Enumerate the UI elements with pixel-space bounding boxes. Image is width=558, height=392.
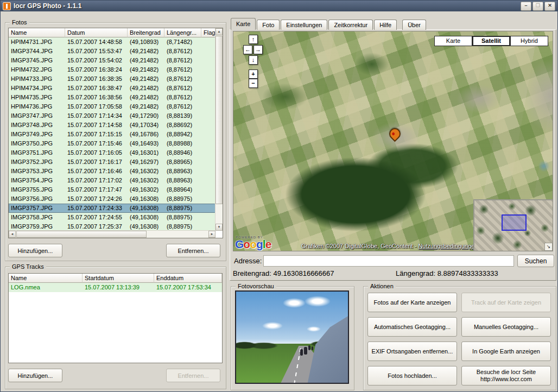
fotos-remove-button[interactable]: Entfernen... bbox=[166, 244, 220, 257]
fotos-horizontal-scrollbar[interactable]: ◄ ► bbox=[9, 230, 215, 238]
table-row[interactable]: HPIM4735.JPG15.07.2007 16:38:56(49,21482… bbox=[9, 93, 215, 102]
pan-right-icon[interactable]: → bbox=[253, 45, 263, 54]
google-logo-letter: o bbox=[250, 238, 256, 250]
cell-name: HPIM4734.JPG bbox=[9, 84, 65, 93]
fotos-add-button[interactable]: Hinzufügen... bbox=[8, 244, 62, 257]
minimap-viewport[interactable] bbox=[502, 214, 527, 231]
tab-zeitkorrektur[interactable]: Zeitkorrektur bbox=[328, 20, 373, 30]
cell-name: LOG.nmea bbox=[9, 283, 83, 292]
table-row[interactable]: IMGP3745.JPG15.07.2007 15:54:02(49,21482… bbox=[9, 56, 215, 65]
column-header-enddatum[interactable]: Enddatum bbox=[154, 274, 222, 283]
table-row[interactable]: IMGP3749.JPG15.07.2007 17:15:15(49,16786… bbox=[9, 130, 215, 139]
pan-up-icon[interactable]: ↑ bbox=[249, 35, 258, 44]
table-row[interactable]: HPIM4734.JPG15.07.2007 16:38:47(49,21482… bbox=[9, 84, 215, 93]
column-header-datum[interactable]: Datum bbox=[65, 28, 128, 37]
table-row[interactable]: IMGP3748.JPG15.07.2007 17:14:58(49,17034… bbox=[9, 121, 215, 130]
address-label: Adresse: bbox=[234, 257, 262, 265]
tab-ber[interactable]: Über bbox=[402, 20, 426, 30]
column-header-flags[interactable]: Flags bbox=[201, 28, 215, 37]
maximize-button[interactable]: ❐ bbox=[532, 2, 543, 11]
table-row[interactable]: IMGP3752.JPG15.07.2007 17:16:17(49,16297… bbox=[9, 157, 215, 167]
column-header-name[interactable]: Name bbox=[9, 274, 83, 283]
cell-laengengrad: (8,87612) bbox=[164, 93, 201, 102]
column-header-breitengrad[interactable]: Breitengrad bbox=[128, 28, 164, 37]
search-button[interactable]: Suchen bbox=[517, 255, 554, 267]
table-row[interactable]: IMGP3750.JPG15.07.2007 17:15:46(49,16493… bbox=[9, 139, 215, 148]
gps-add-button[interactable]: Hinzufügen... bbox=[8, 369, 62, 382]
table-row[interactable]: IMGP3759.JPG15.07.2007 17:25:37(49,16308… bbox=[9, 222, 215, 231]
title-bar[interactable]: locr GPS Photo - 1.1.1 – ❐ ✕ bbox=[1, 1, 557, 11]
action-button-exif-ortsangaben-entfernen[interactable]: EXIF Ortsangaben entfernen... bbox=[367, 342, 457, 361]
action-button-track-auf-der-karte-zeigen[interactable]: Track auf der Karte zeigen bbox=[461, 293, 551, 312]
google-logo-letter: e bbox=[265, 238, 271, 250]
action-button-automatisches-geotagging[interactable]: Automatisches Geotagging... bbox=[367, 317, 457, 337]
table-row[interactable]: LOG.nmea15.07.2007 13:13:3915.07.2007 17… bbox=[9, 283, 222, 292]
tab-karte[interactable]: Karte bbox=[231, 18, 256, 30]
table-row[interactable]: HPIM4736.JPG15.07.2007 17:05:58(49,21482… bbox=[9, 102, 215, 111]
action-button-fotos-hochladen[interactable]: Fotos hochladen... bbox=[367, 366, 457, 385]
fotos-vertical-scrollbar[interactable]: ▲ ▼ bbox=[215, 28, 223, 231]
cell-breitengrad: (49,16302) bbox=[128, 176, 164, 185]
zoom-in-icon[interactable]: + bbox=[249, 69, 258, 79]
cell-laengengrad: (8,71482) bbox=[164, 37, 201, 47]
map-canvas[interactable]: ↑ ← → ↓ + − KarteSatellitHybrid POWERED … bbox=[233, 31, 553, 251]
maptype-button-satellit[interactable]: Satellit bbox=[472, 36, 510, 46]
action-button-fotos-auf-der-karte-anzeigen[interactable]: Fotos auf der Karte anzeigen bbox=[367, 293, 457, 312]
cell-laengengrad: (8,88946) bbox=[164, 148, 201, 157]
action-button-besuche-die-locr-seite-http-www-locr-com[interactable]: Besuche die locr Seite http://www.locr.c… bbox=[461, 366, 551, 385]
gps-remove-button[interactable]: Entfernen... bbox=[166, 369, 220, 382]
scroll-down-icon[interactable]: ▼ bbox=[215, 224, 223, 231]
maptype-button-karte[interactable]: Karte bbox=[434, 36, 472, 46]
table-row[interactable]: IMGP3756.JPG15.07.2007 17:24:26(49,16308… bbox=[9, 194, 215, 204]
cell-flags bbox=[201, 204, 215, 213]
column-header-name[interactable]: Name bbox=[9, 28, 65, 37]
table-row[interactable]: IMGP3753.JPG15.07.2007 17:16:46(49,16302… bbox=[9, 167, 215, 176]
scroll-right-icon[interactable]: ► bbox=[208, 231, 215, 238]
pan-left-icon[interactable]: ← bbox=[243, 45, 252, 54]
cell-breitengrad: (49,16297) bbox=[128, 157, 164, 167]
table-row[interactable]: HPIM4731.JPG15.07.2007 14:48:58(49,10893… bbox=[9, 37, 215, 47]
table-row[interactable]: IMGP3757.JPG15.07.2007 17:24:33(49,16308… bbox=[9, 204, 215, 213]
table-row[interactable]: HPIM4733.JPG15.07.2007 16:38:35(49,21482… bbox=[9, 74, 215, 84]
tab-einstellungen[interactable]: Einstellungen bbox=[281, 20, 327, 30]
cloud bbox=[262, 322, 283, 330]
tab-foto[interactable]: Foto bbox=[257, 20, 280, 30]
minimap-collapse-icon[interactable]: ↘ bbox=[544, 243, 553, 251]
map-marker-pin[interactable] bbox=[387, 126, 403, 142]
maptype-button-hybrid[interactable]: Hybrid bbox=[510, 36, 548, 46]
table-row[interactable]: IMGP3758.JPG15.07.2007 17:24:55(49,16308… bbox=[9, 213, 215, 222]
cell-laengengrad: (8,88692) bbox=[164, 121, 201, 130]
table-row[interactable]: IMGP3747.JPG15.07.2007 17:14:34(49,17290… bbox=[9, 111, 215, 121]
scroll-left-icon[interactable]: ◄ bbox=[9, 231, 16, 238]
terms-link[interactable]: Nutzungsbedingungen bbox=[418, 243, 478, 249]
cell-laengengrad: (8,87612) bbox=[164, 47, 201, 56]
latitude-value: 49.1630816666667 bbox=[273, 269, 334, 277]
cell-laengengrad: (8,88975) bbox=[164, 194, 201, 204]
cell-breitengrad: (49,17034) bbox=[128, 121, 164, 130]
table-row[interactable]: IMGP3751.JPG15.07.2007 17:16:05(49,16301… bbox=[9, 148, 215, 157]
zoom-out-icon[interactable]: − bbox=[249, 79, 258, 88]
minimize-button[interactable]: – bbox=[521, 2, 531, 11]
table-row[interactable]: IMGP3755.JPG15.07.2007 17:17:47(49,16302… bbox=[9, 185, 215, 194]
fotos-table[interactable]: Name Datum Breitengrad Längengr... Flags… bbox=[8, 28, 223, 238]
tab-hilfe[interactable]: Hilfe bbox=[374, 20, 397, 30]
table-row[interactable]: IMGP3754.JPG15.07.2007 17:17:02(49,16302… bbox=[9, 176, 215, 185]
overview-minimap[interactable]: ↘ bbox=[473, 199, 553, 251]
action-button-manuelles-geotagging[interactable]: Manuelles Geotagging... bbox=[461, 317, 551, 337]
map-pan-zoom-controls: ↑ ← → ↓ + − bbox=[242, 35, 272, 90]
address-input[interactable] bbox=[263, 255, 514, 267]
cell-laengengrad: (8,88965) bbox=[164, 157, 201, 167]
action-button-in-google-earth-anzeigen[interactable]: In Google Earth anzeigen bbox=[461, 342, 551, 361]
table-row[interactable]: IMGP3744.JPG15.07.2007 15:53:47(49,21482… bbox=[9, 47, 215, 56]
pan-down-icon[interactable]: ↓ bbox=[249, 55, 258, 65]
gps-tracks-table[interactable]: Name Startdatum Enddatum LOG.nmea15.07.2… bbox=[8, 273, 223, 363]
column-header-startdatum[interactable]: Startdatum bbox=[83, 274, 154, 283]
column-header-laengengrad[interactable]: Längengr... bbox=[164, 28, 201, 37]
actions-group-title: Aktionen bbox=[368, 282, 396, 290]
scrollbar-thumb[interactable] bbox=[16, 231, 147, 238]
longitude-label: Längengrad: bbox=[396, 269, 435, 277]
scroll-up-icon[interactable]: ▲ bbox=[215, 28, 223, 35]
close-button[interactable]: ✕ bbox=[544, 2, 555, 11]
scrollbar-thumb[interactable] bbox=[215, 36, 223, 204]
table-row[interactable]: HPIM4732.JPG15.07.2007 16:38:24(49,21482… bbox=[9, 65, 215, 74]
